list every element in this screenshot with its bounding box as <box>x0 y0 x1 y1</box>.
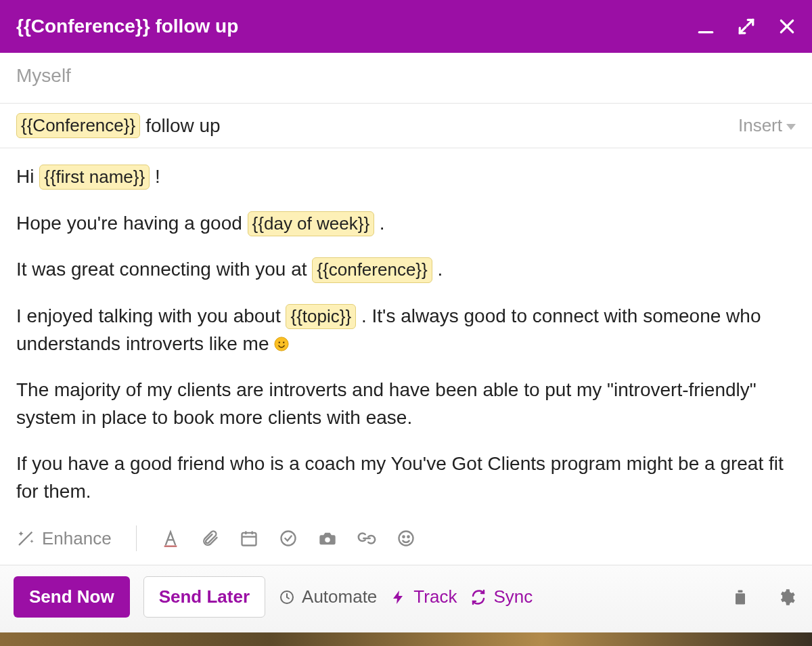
close-icon[interactable] <box>778 18 796 35</box>
sync-icon <box>470 589 487 605</box>
body-line-4: I enjoyed talking with you about {{topic… <box>16 303 796 358</box>
topic-chip[interactable]: {{topic}} <box>286 304 356 329</box>
trash-icon[interactable] <box>731 588 750 607</box>
minimize-icon[interactable] <box>697 18 715 35</box>
enhance-button[interactable]: Enhance <box>16 528 112 549</box>
bolt-icon <box>390 589 407 605</box>
insert-dropdown[interactable]: Insert <box>738 115 796 136</box>
automate-action[interactable]: Automate <box>279 586 377 607</box>
svg-point-16 <box>325 538 330 542</box>
chevron-down-icon <box>786 124 796 130</box>
svg-point-5 <box>283 341 284 343</box>
link-icon[interactable] <box>357 529 376 548</box>
recipient-row[interactable]: Myself <box>0 53 812 104</box>
body-line-3: It was great connecting with you at {{co… <box>16 256 796 284</box>
automate-label: Automate <box>302 586 377 607</box>
compose-window: {{Conference}} follow up Myself {{Confer… <box>0 0 812 646</box>
toolbar-separator <box>136 525 137 551</box>
emoji-icon[interactable] <box>397 529 415 548</box>
svg-point-4 <box>279 341 280 343</box>
sync-action[interactable]: Sync <box>470 586 533 607</box>
svg-rect-22 <box>736 593 745 604</box>
body-line-5: The majority of my clients are introvert… <box>16 376 796 431</box>
body-line-6: If you have a good friend who is a coach… <box>16 450 796 505</box>
subject-placeholder-chip[interactable]: {{Conference}} <box>16 113 140 138</box>
sync-label: Sync <box>493 586 533 607</box>
calendar-icon[interactable] <box>240 529 258 548</box>
format-toolbar: Enhance <box>0 519 812 565</box>
text-format-icon[interactable] <box>161 529 180 548</box>
task-check-icon[interactable] <box>279 529 298 548</box>
day-of-week-chip[interactable]: {{day of week}} <box>248 211 374 236</box>
attachment-icon[interactable] <box>200 529 219 548</box>
svg-point-18 <box>399 532 413 546</box>
subject-text: follow up <box>145 115 221 137</box>
action-bar: Send Now Send Later Automate Track Sync <box>0 565 812 632</box>
conference-chip[interactable]: {{conference}} <box>312 257 432 282</box>
insert-label: Insert <box>738 115 782 136</box>
svg-point-19 <box>403 536 404 538</box>
subject-row[interactable]: {{Conference}} follow up Insert <box>0 104 812 148</box>
svg-point-3 <box>275 337 288 350</box>
bottom-decorative-strip <box>0 632 812 646</box>
recipient-value: Myself <box>16 65 71 86</box>
magic-wand-icon <box>16 529 35 548</box>
gear-icon[interactable] <box>777 588 796 607</box>
clock-icon <box>279 589 295 605</box>
smile-emoji-icon <box>274 332 289 347</box>
expand-icon[interactable] <box>738 18 755 35</box>
subject-field[interactable]: {{Conference}} follow up <box>16 113 733 138</box>
enhance-label: Enhance <box>42 528 112 549</box>
body-line-1: Hi {{first name}} ! <box>16 163 796 191</box>
body-line-2: Hope you're having a good {{day of week}… <box>16 210 796 238</box>
send-later-button[interactable]: Send Later <box>143 576 265 618</box>
action-bar-right <box>731 588 796 607</box>
svg-point-15 <box>281 532 295 546</box>
svg-rect-8 <box>242 533 256 546</box>
first-name-chip[interactable]: {{first name}} <box>39 165 150 190</box>
email-body[interactable]: Hi {{first name}} ! Hope you're having a… <box>0 148 812 519</box>
svg-point-20 <box>407 536 409 538</box>
send-now-button[interactable]: Send Now <box>14 576 130 618</box>
window-controls <box>697 18 796 35</box>
svg-rect-23 <box>738 590 743 593</box>
titlebar: {{Conference}} follow up <box>0 0 812 53</box>
window-title: {{Conference}} follow up <box>16 16 697 37</box>
track-action[interactable]: Track <box>390 586 457 607</box>
track-label: Track <box>413 586 457 607</box>
camera-icon[interactable] <box>318 529 337 548</box>
